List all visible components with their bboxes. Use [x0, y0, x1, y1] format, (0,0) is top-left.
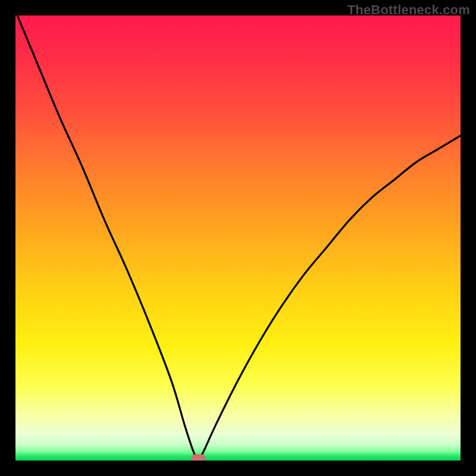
optimum-marker: [191, 455, 205, 461]
plot-area: [15, 15, 461, 461]
bottleneck-curve: [15, 15, 461, 461]
watermark-text: TheBottleneck.com: [347, 2, 470, 18]
chart-frame: TheBottleneck.com: [0, 0, 476, 476]
